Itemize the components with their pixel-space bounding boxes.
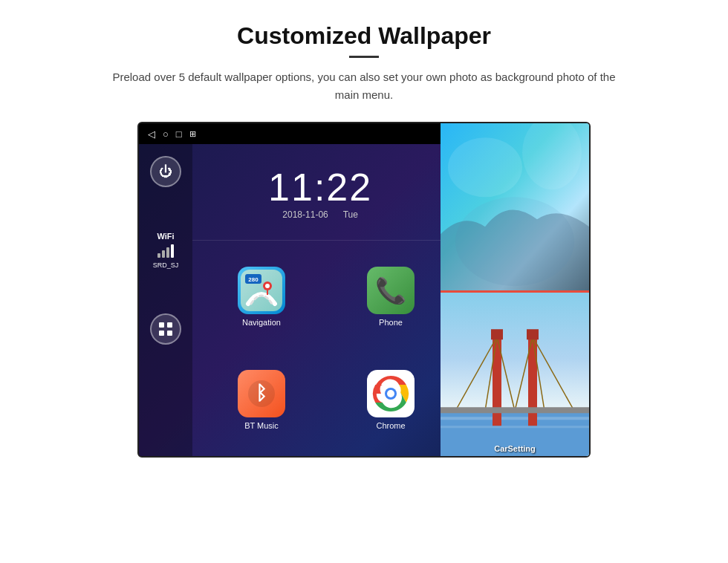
wifi-ssid: SRD_SJ: [153, 261, 179, 269]
page-subtitle: Preload over 5 default wallpaper options…: [104, 68, 624, 104]
bt-music-icon: ᛒ: [238, 370, 285, 417]
wallpaper-overlay: CarSetting: [441, 123, 589, 458]
wifi-bar-3: [166, 247, 169, 258]
device-frame: ◁ ○ □ ⊞ ♦ ▼ 11:22 ⏻ WiFi: [137, 122, 591, 458]
svg-point-22: [387, 390, 394, 397]
svg-point-30: [448, 137, 522, 197]
recents-icon: □: [176, 128, 182, 140]
page-title: Customized Wallpaper: [237, 22, 491, 50]
svg-point-15: [265, 284, 270, 288]
navigation-icon: 280: [238, 267, 285, 314]
wallpaper-thumb-bridge[interactable]: CarSetting: [441, 290, 589, 458]
back-icon: ◁: [148, 128, 155, 140]
list-item[interactable]: ᛒ BT Music: [200, 351, 323, 449]
maps-icon-svg: 280: [241, 270, 282, 311]
bridge-wallpaper-svg: [441, 293, 589, 458]
chrome-svg: [372, 375, 409, 412]
screenshot-icon: ⊞: [189, 129, 196, 139]
svg-rect-36: [441, 426, 589, 428]
svg-text:ᛒ: ᛒ: [256, 382, 267, 404]
clock-date: 2018-11-06 Tue: [282, 209, 358, 220]
svg-rect-46: [491, 329, 503, 339]
svg-rect-0: [159, 322, 164, 328]
wifi-label: WiFi: [157, 232, 174, 241]
chrome-app-icon: [367, 370, 415, 417]
bluetooth-music-svg: ᛒ: [247, 379, 276, 409]
list-item[interactable]: 📞 Phone: [329, 248, 452, 345]
apps-grid-button[interactable]: [150, 313, 181, 345]
svg-rect-1: [167, 322, 172, 328]
wifi-bar-4: [171, 244, 174, 258]
svg-rect-45: [441, 407, 589, 413]
ice-wallpaper-svg: [441, 123, 589, 290]
screen-content: ⏻ WiFi SRD_SJ: [139, 144, 589, 456]
wifi-bar-2: [162, 250, 165, 258]
carsetting-label: CarSetting: [441, 444, 589, 453]
list-item[interactable]: 280 Navigation: [200, 248, 323, 345]
clock-date-value: 2018-11-06: [282, 209, 328, 220]
wifi-bars: [157, 244, 174, 258]
bt-music-label: BT Music: [244, 421, 279, 430]
title-underline: [349, 56, 379, 58]
power-button[interactable]: ⏻: [150, 156, 181, 187]
svg-rect-47: [527, 329, 539, 339]
page-container: Customized Wallpaper Preload over 5 defa…: [0, 0, 728, 563]
power-icon: ⏻: [159, 164, 172, 180]
phone-label: Phone: [379, 318, 403, 327]
clock-time: 11:22: [268, 165, 372, 209]
wallpaper-thumb-ice[interactable]: [441, 123, 589, 290]
svg-rect-2: [159, 331, 164, 336]
grid-icon: [158, 322, 173, 336]
svg-text:280: 280: [248, 276, 259, 283]
sidebar: ⏻ WiFi SRD_SJ: [139, 144, 192, 456]
phone-emoji: 📞: [375, 276, 406, 305]
wifi-bar-1: [157, 253, 160, 258]
clock-widget: 11:22 2018-11-06 Tue: [192, 144, 448, 240]
wifi-widget: WiFi SRD_SJ: [153, 232, 179, 269]
clock-day-value: Tue: [343, 209, 358, 220]
phone-icon: 📞: [367, 267, 415, 314]
chrome-label: Chrome: [376, 421, 405, 430]
navigation-label: Navigation: [242, 318, 281, 327]
home-icon: ○: [163, 128, 169, 140]
svg-rect-3: [167, 331, 172, 336]
list-item[interactable]: Chrome: [329, 351, 452, 449]
status-bar-left: ◁ ○ □ ⊞: [148, 128, 196, 140]
svg-rect-35: [441, 417, 589, 420]
